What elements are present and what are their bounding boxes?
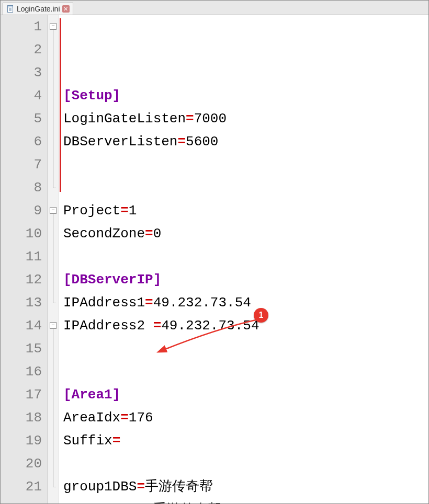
code-area[interactable]: 1 [Setup]LoginGateListen=7000DBServerLis… [59,15,428,503]
line-number: 6 [1,130,42,153]
ini-section: [Setup] [63,88,120,104]
code-line[interactable]: IPAddress1=49.232.73.54 [63,291,428,314]
section-marker [60,18,61,192]
fold-column: −−− [48,15,59,503]
equals-sign: = [137,479,145,495]
line-number: 1 [1,15,42,38]
code-line[interactable] [63,245,428,268]
line-number: 3 [1,61,42,84]
ini-token: 176 [129,410,153,426]
file-tab[interactable]: LoginGate.ini ✕ [3,3,73,15]
equals-sign: = [112,433,121,449]
code-line[interactable]: LoginGateListen=7000 [63,107,428,130]
line-number: 4 [1,84,42,107]
fold-toggle-icon[interactable]: − [50,207,57,214]
ini-token: Project [63,203,120,219]
ini-token: LoginGateListen [63,111,186,127]
equals-sign: = [145,226,153,242]
line-number: 19 [1,429,42,452]
equals-sign: = [186,111,194,127]
code-line[interactable]: IPAddress2 =49.232.73.54 [63,314,428,337]
file-icon [6,5,15,13]
equals-sign: = [153,318,162,334]
ini-token: 7000 [194,111,227,127]
ini-token: 49.232.73.54 [153,295,251,311]
equals-sign: = [120,410,129,426]
code-line[interactable]: [Setup] [63,84,428,107]
code-line[interactable]: group1name=手游传奇帮 [63,498,428,503]
fold-toggle-icon[interactable]: − [50,23,57,30]
ini-token: 手游传奇帮 [145,479,213,495]
equals-sign: = [120,203,129,219]
ini-token: 49.232.73.54 [161,318,259,334]
code-line[interactable]: SecondZone=0 [63,222,428,245]
code-line[interactable]: [DBServerIP] [63,268,428,291]
fold-end-tick [53,487,56,487]
line-number: 2 [1,38,42,61]
code-line[interactable]: Project=1 [63,199,428,222]
equals-sign: = [177,134,186,150]
ini-token: AreaIdx [63,410,120,426]
line-number: 13 [1,291,42,314]
code-line[interactable] [63,360,428,383]
ini-token: SecondZone [63,226,145,242]
line-number: 15 [1,337,42,360]
ini-token: 手游传奇帮 [153,502,221,503]
ini-token: 0 [153,226,162,242]
fold-guide [53,30,53,188]
line-number: 8 [1,176,42,199]
ini-section: [DBServerIP] [63,272,161,288]
line-number: 16 [1,360,42,383]
ini-token: DBServerListen [63,134,177,150]
fold-guide [53,214,53,303]
line-number: 21 [1,475,42,498]
tab-bar: LoginGate.ini ✕ [1,1,428,15]
line-number: 11 [1,245,42,268]
code-line[interactable] [63,153,428,176]
code-line[interactable] [63,452,428,475]
equals-sign: = [145,295,153,311]
code-editor[interactable]: 123456789101112131415161718192021 −−− 1 … [1,15,428,503]
code-line[interactable] [63,176,428,199]
line-number: 9 [1,199,42,222]
equals-sign: = [145,502,153,503]
ini-token: group1name [63,502,145,503]
ini-token: group1DBS [63,479,137,495]
code-line[interactable]: AreaIdx=176 [63,406,428,429]
ini-token: 1 [129,203,137,219]
fold-end-tick [53,303,56,303]
line-number: 20 [1,452,42,475]
code-line[interactable]: [Area1] [63,383,428,406]
close-icon[interactable]: ✕ [62,5,70,13]
svg-rect-1 [8,6,13,7]
ini-token: IPAddress1 [63,295,145,311]
line-number: 5 [1,107,42,130]
line-number: 12 [1,268,42,291]
code-line[interactable]: group1DBS=手游传奇帮 [63,475,428,498]
fold-guide [53,329,53,487]
ini-token: IPAddress2 [63,318,153,334]
code-line[interactable]: DBServerListen=5600 [63,130,428,153]
line-number: 18 [1,406,42,429]
code-line[interactable]: Suffix= [63,429,428,452]
ini-token: 5600 [186,134,218,150]
file-tab-label: LoginGate.ini [17,5,60,13]
line-number-gutter: 123456789101112131415161718192021 [1,15,48,503]
line-number: 10 [1,222,42,245]
line-number: 17 [1,383,42,406]
line-number: 14 [1,314,42,337]
fold-toggle-icon[interactable]: − [50,322,57,329]
fold-end-tick [53,188,56,188]
line-number: 7 [1,153,42,176]
code-line[interactable] [63,337,428,360]
ini-section: [Area1] [63,387,120,403]
ini-token: Suffix [63,433,112,449]
